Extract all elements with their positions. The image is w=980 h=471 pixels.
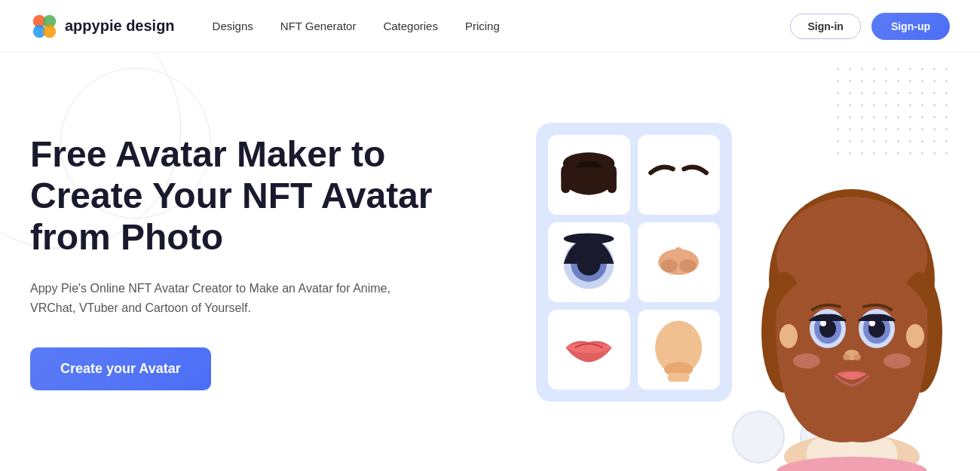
face-parts-panel [536, 123, 732, 402]
hero-title: Free Avatar Maker to Create Your NFT Ava… [30, 133, 467, 258]
svg-point-28 [779, 324, 798, 348]
svg-point-40 [853, 354, 861, 360]
face-part-head[interactable] [638, 310, 720, 390]
svg-point-39 [843, 354, 850, 360]
svg-point-29 [906, 324, 924, 348]
signup-button[interactable]: Sign-up [871, 13, 950, 40]
svg-point-15 [680, 259, 697, 272]
hero-subtitle: Appy Pie's Online NFT Avatar Creator to … [30, 279, 407, 317]
face-part-eyebrows[interactable] [638, 135, 720, 215]
header: appypie design Designs NFT Generator Cat… [0, 0, 980, 53]
signin-button[interactable]: Sign-in [790, 14, 860, 39]
svg-point-14 [661, 259, 678, 272]
hero-content: Free Avatar Maker to Create Your NFT Ava… [30, 133, 536, 391]
main-nav: Designs NFT Generator Categories Pricing [213, 20, 791, 32]
svg-point-12 [564, 233, 614, 243]
logo[interactable]: appypie design [30, 12, 175, 41]
svg-point-42 [884, 353, 911, 369]
svg-point-41 [793, 353, 820, 369]
face-part-nose[interactable] [638, 222, 720, 302]
face-part-hair[interactable] [548, 135, 630, 215]
svg-point-33 [820, 320, 826, 326]
nav-nft-generator[interactable]: NFT Generator [280, 20, 357, 32]
avatar-face [731, 159, 972, 471]
svg-point-3 [43, 25, 56, 38]
appypie-logo-icon [30, 12, 59, 41]
hero-visual [536, 53, 950, 471]
svg-rect-19 [668, 372, 690, 381]
svg-point-37 [869, 320, 875, 326]
nav-designs[interactable]: Designs [213, 20, 253, 32]
nav-pricing[interactable]: Pricing [465, 20, 500, 32]
create-avatar-button[interactable]: Create your Avatar [30, 347, 211, 390]
logo-text: appypie design [65, 17, 175, 35]
main-section: Free Avatar Maker to Create Your NFT Ava… [0, 53, 980, 471]
header-actions: Sign-in Sign-up [790, 13, 950, 40]
svg-point-16 [673, 247, 684, 262]
face-part-eye[interactable] [548, 222, 630, 302]
nav-categories[interactable]: Categories [383, 20, 438, 32]
face-part-lips[interactable] [548, 310, 630, 390]
